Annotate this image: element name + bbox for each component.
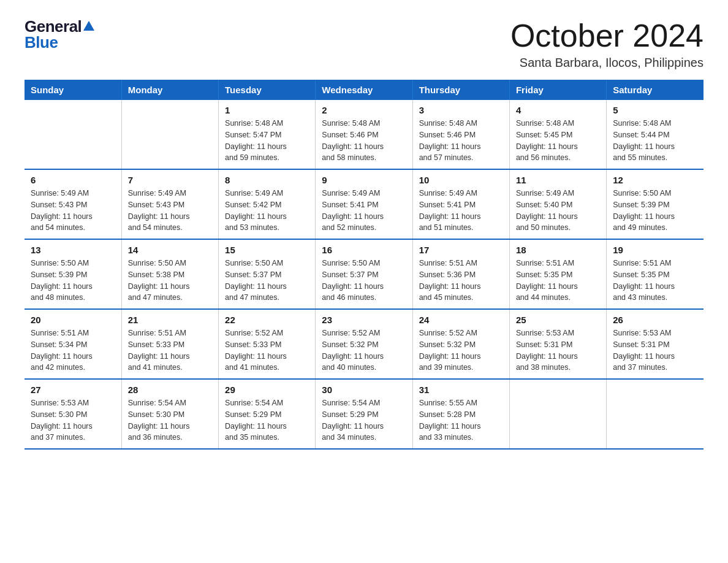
day-number: 3 — [419, 105, 503, 115]
day-info: Sunrise: 5:48 AM Sunset: 5:45 PM Dayligh… — [516, 118, 600, 164]
day-info: Sunrise: 5:49 AM Sunset: 5:43 PM Dayligh… — [31, 188, 115, 234]
day-number: 4 — [516, 105, 600, 115]
logo-general-text: General — [25, 18, 82, 34]
calendar-cell: 19Sunrise: 5:51 AM Sunset: 5:35 PM Dayli… — [607, 239, 703, 309]
day-number: 18 — [516, 245, 600, 255]
calendar-header-sunday: Sunday — [25, 80, 121, 100]
day-info: Sunrise: 5:53 AM Sunset: 5:30 PM Dayligh… — [31, 397, 115, 443]
day-number: 23 — [322, 315, 406, 325]
calendar-week-row: 13Sunrise: 5:50 AM Sunset: 5:39 PM Dayli… — [25, 239, 703, 309]
day-number: 21 — [128, 315, 212, 325]
day-number: 6 — [31, 175, 115, 185]
calendar-cell: 17Sunrise: 5:51 AM Sunset: 5:36 PM Dayli… — [412, 239, 509, 309]
logo: General Blue — [25, 18, 94, 50]
day-info: Sunrise: 5:53 AM Sunset: 5:31 PM Dayligh… — [613, 327, 697, 373]
location-subtitle: Santa Barbara, Ilocos, Philippines — [510, 56, 703, 70]
day-info: Sunrise: 5:51 AM Sunset: 5:35 PM Dayligh… — [516, 258, 600, 304]
calendar-cell: 1Sunrise: 5:48 AM Sunset: 5:47 PM Daylig… — [219, 100, 316, 169]
calendar-cell: 12Sunrise: 5:50 AM Sunset: 5:39 PM Dayli… — [607, 169, 703, 239]
day-info: Sunrise: 5:55 AM Sunset: 5:28 PM Dayligh… — [419, 397, 503, 443]
day-info: Sunrise: 5:48 AM Sunset: 5:46 PM Dayligh… — [322, 118, 406, 164]
calendar-header-row: SundayMondayTuesdayWednesdayThursdayFrid… — [25, 80, 703, 100]
page-header: General Blue October 2024 Santa Barbara,… — [25, 18, 703, 70]
calendar-cell — [607, 379, 703, 449]
day-number: 13 — [31, 245, 115, 255]
calendar-week-row: 20Sunrise: 5:51 AM Sunset: 5:34 PM Dayli… — [25, 309, 703, 379]
calendar-cell: 25Sunrise: 5:53 AM Sunset: 5:31 PM Dayli… — [509, 309, 606, 379]
day-info: Sunrise: 5:50 AM Sunset: 5:39 PM Dayligh… — [613, 188, 697, 234]
calendar-cell — [121, 100, 218, 169]
day-number: 2 — [322, 105, 406, 115]
calendar-header-tuesday: Tuesday — [219, 80, 316, 100]
calendar-cell: 8Sunrise: 5:49 AM Sunset: 5:42 PM Daylig… — [219, 169, 316, 239]
day-number: 12 — [613, 175, 697, 185]
calendar-cell: 10Sunrise: 5:49 AM Sunset: 5:41 PM Dayli… — [412, 169, 509, 239]
day-info: Sunrise: 5:52 AM Sunset: 5:32 PM Dayligh… — [322, 327, 406, 373]
day-number: 22 — [225, 315, 309, 325]
day-info: Sunrise: 5:52 AM Sunset: 5:33 PM Dayligh… — [225, 327, 309, 373]
day-number: 30 — [322, 385, 406, 395]
day-number: 8 — [225, 175, 309, 185]
calendar-cell: 7Sunrise: 5:49 AM Sunset: 5:43 PM Daylig… — [121, 169, 218, 239]
calendar-header-thursday: Thursday — [412, 80, 509, 100]
calendar-cell: 28Sunrise: 5:54 AM Sunset: 5:30 PM Dayli… — [121, 379, 218, 449]
calendar-cell: 6Sunrise: 5:49 AM Sunset: 5:43 PM Daylig… — [25, 169, 121, 239]
day-number: 16 — [322, 245, 406, 255]
calendar-cell: 26Sunrise: 5:53 AM Sunset: 5:31 PM Dayli… — [607, 309, 703, 379]
day-number: 1 — [225, 105, 309, 115]
day-info: Sunrise: 5:51 AM Sunset: 5:36 PM Dayligh… — [419, 258, 503, 304]
calendar-week-row: 6Sunrise: 5:49 AM Sunset: 5:43 PM Daylig… — [25, 169, 703, 239]
calendar-cell: 9Sunrise: 5:49 AM Sunset: 5:41 PM Daylig… — [316, 169, 412, 239]
calendar-header-monday: Monday — [121, 80, 218, 100]
day-info: Sunrise: 5:48 AM Sunset: 5:44 PM Dayligh… — [613, 118, 697, 164]
day-info: Sunrise: 5:49 AM Sunset: 5:41 PM Dayligh… — [419, 188, 503, 234]
calendar-cell: 20Sunrise: 5:51 AM Sunset: 5:34 PM Dayli… — [25, 309, 121, 379]
calendar-cell: 14Sunrise: 5:50 AM Sunset: 5:38 PM Dayli… — [121, 239, 218, 309]
day-number: 14 — [128, 245, 212, 255]
day-info: Sunrise: 5:54 AM Sunset: 5:29 PM Dayligh… — [322, 397, 406, 443]
day-info: Sunrise: 5:48 AM Sunset: 5:46 PM Dayligh… — [419, 118, 503, 164]
day-number: 9 — [322, 175, 406, 185]
calendar-cell: 21Sunrise: 5:51 AM Sunset: 5:33 PM Dayli… — [121, 309, 218, 379]
day-number: 29 — [225, 385, 309, 395]
day-number: 5 — [613, 105, 697, 115]
day-number: 15 — [225, 245, 309, 255]
day-info: Sunrise: 5:49 AM Sunset: 5:40 PM Dayligh… — [516, 188, 600, 234]
day-info: Sunrise: 5:53 AM Sunset: 5:31 PM Dayligh… — [516, 327, 600, 373]
calendar-header-friday: Friday — [509, 80, 606, 100]
day-info: Sunrise: 5:54 AM Sunset: 5:29 PM Dayligh… — [225, 397, 309, 443]
calendar-cell: 18Sunrise: 5:51 AM Sunset: 5:35 PM Dayli… — [509, 239, 606, 309]
calendar-cell: 15Sunrise: 5:50 AM Sunset: 5:37 PM Dayli… — [219, 239, 316, 309]
day-number: 26 — [613, 315, 697, 325]
calendar-cell: 31Sunrise: 5:55 AM Sunset: 5:28 PM Dayli… — [412, 379, 509, 449]
calendar-cell: 22Sunrise: 5:52 AM Sunset: 5:33 PM Dayli… — [219, 309, 316, 379]
day-info: Sunrise: 5:50 AM Sunset: 5:39 PM Dayligh… — [31, 258, 115, 304]
calendar-cell: 27Sunrise: 5:53 AM Sunset: 5:30 PM Dayli… — [25, 379, 121, 449]
day-number: 17 — [419, 245, 503, 255]
calendar-cell: 16Sunrise: 5:50 AM Sunset: 5:37 PM Dayli… — [316, 239, 412, 309]
day-number: 27 — [31, 385, 115, 395]
calendar-table: SundayMondayTuesdayWednesdayThursdayFrid… — [25, 80, 703, 450]
day-info: Sunrise: 5:48 AM Sunset: 5:47 PM Dayligh… — [225, 118, 309, 164]
calendar-cell: 24Sunrise: 5:52 AM Sunset: 5:32 PM Dayli… — [412, 309, 509, 379]
calendar-cell — [509, 379, 606, 449]
logo-blue-text: Blue — [25, 34, 58, 50]
day-info: Sunrise: 5:49 AM Sunset: 5:42 PM Dayligh… — [225, 188, 309, 234]
day-info: Sunrise: 5:51 AM Sunset: 5:34 PM Dayligh… — [31, 327, 115, 373]
day-info: Sunrise: 5:52 AM Sunset: 5:32 PM Dayligh… — [419, 327, 503, 373]
calendar-cell: 30Sunrise: 5:54 AM Sunset: 5:29 PM Dayli… — [316, 379, 412, 449]
day-info: Sunrise: 5:49 AM Sunset: 5:43 PM Dayligh… — [128, 188, 212, 234]
logo-triangle-icon — [83, 21, 94, 31]
calendar-week-row: 27Sunrise: 5:53 AM Sunset: 5:30 PM Dayli… — [25, 379, 703, 449]
calendar-cell: 29Sunrise: 5:54 AM Sunset: 5:29 PM Dayli… — [219, 379, 316, 449]
day-info: Sunrise: 5:50 AM Sunset: 5:37 PM Dayligh… — [225, 258, 309, 304]
day-number: 24 — [419, 315, 503, 325]
month-title: October 2024 — [510, 18, 703, 53]
day-info: Sunrise: 5:50 AM Sunset: 5:37 PM Dayligh… — [322, 258, 406, 304]
calendar-cell: 4Sunrise: 5:48 AM Sunset: 5:45 PM Daylig… — [509, 100, 606, 169]
day-number: 31 — [419, 385, 503, 395]
calendar-cell — [25, 100, 121, 169]
calendar-header-wednesday: Wednesday — [316, 80, 412, 100]
calendar-cell: 23Sunrise: 5:52 AM Sunset: 5:32 PM Dayli… — [316, 309, 412, 379]
day-number: 11 — [516, 175, 600, 185]
